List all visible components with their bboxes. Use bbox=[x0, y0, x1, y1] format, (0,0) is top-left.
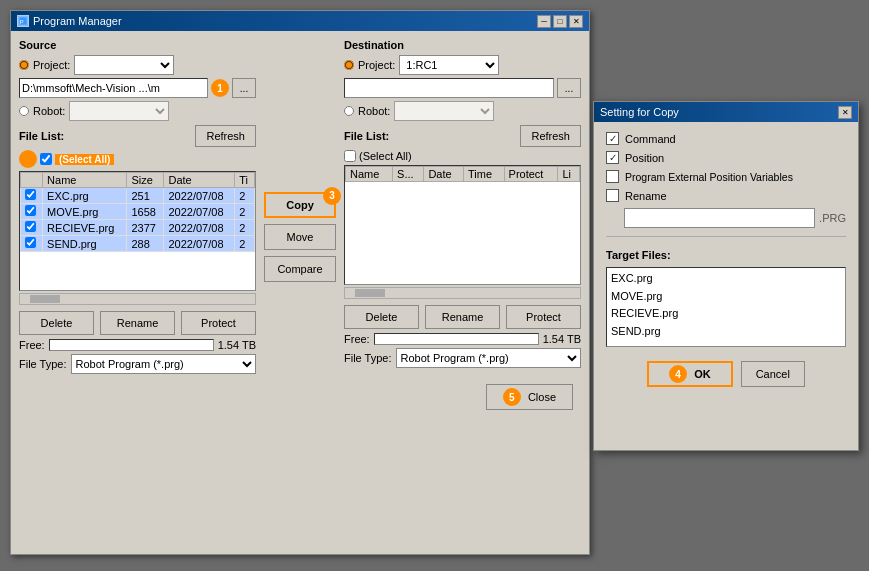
dest-free-value: 1.54 TB bbox=[543, 333, 581, 345]
command-checkbox[interactable]: ✓ bbox=[606, 132, 619, 145]
dest-project-radio[interactable] bbox=[344, 60, 354, 70]
dest-delete-button[interactable]: Delete bbox=[344, 305, 419, 329]
table-row[interactable]: MOVE.prg 1658 2022/07/08 2 bbox=[21, 204, 255, 220]
rename-input-row: .PRG bbox=[624, 208, 846, 228]
source-rename-button[interactable]: Rename bbox=[100, 311, 175, 335]
close-main-button[interactable]: 5 Close bbox=[486, 384, 573, 410]
row-checkbox[interactable] bbox=[25, 189, 36, 200]
row-date: 2022/07/08 bbox=[164, 236, 235, 252]
source-select-all-row: (Select All) bbox=[19, 150, 256, 168]
source-project-select[interactable] bbox=[74, 55, 174, 75]
setting-for-copy-dialog: Setting for Copy ✕ ✓ Command ✓ Position … bbox=[593, 101, 859, 451]
rename-text-input[interactable] bbox=[624, 208, 815, 228]
rename-checkbox[interactable] bbox=[606, 189, 619, 202]
row-date: 2022/07/08 bbox=[164, 204, 235, 220]
row-size: 288 bbox=[127, 236, 164, 252]
row-name: RECIEVE.prg bbox=[43, 220, 127, 236]
copy-btn-wrapper: Copy 3 bbox=[264, 192, 336, 218]
dest-filetype-select[interactable]: Robot Program (*.prg) bbox=[396, 348, 582, 368]
dest-col-li: Li bbox=[558, 167, 580, 182]
svg-text:P: P bbox=[20, 19, 24, 25]
program-external-row: Program External Position Variables bbox=[606, 170, 846, 183]
position-row: ✓ Position bbox=[606, 151, 846, 164]
row-name: SEND.prg bbox=[43, 236, 127, 252]
dest-project-row: Project: 1:RC1 bbox=[344, 55, 581, 75]
row-checkbox[interactable] bbox=[25, 237, 36, 248]
table-row[interactable]: SEND.prg 288 2022/07/08 2 bbox=[21, 236, 255, 252]
dest-file-list-header: File List: Refresh bbox=[344, 125, 581, 147]
source-protect-button[interactable]: Protect bbox=[181, 311, 256, 335]
close-window-button[interactable]: ✕ bbox=[569, 15, 583, 28]
move-button[interactable]: Move bbox=[264, 224, 336, 250]
source-select-all-label: (Select All) bbox=[55, 154, 114, 165]
dest-robot-label: Robot: bbox=[358, 105, 390, 117]
source-robot-radio[interactable] bbox=[19, 106, 29, 116]
source-file-list-label: File List: bbox=[19, 130, 64, 142]
dest-protect-button[interactable]: Protect bbox=[506, 305, 581, 329]
dest-file-table: Name S... Date Time Protect Li bbox=[345, 166, 580, 182]
source-browse-button[interactable]: ... bbox=[232, 78, 256, 98]
ok-label: OK bbox=[694, 368, 711, 380]
source-path-input[interactable] bbox=[19, 78, 208, 98]
title-bar-left: P Program Manager bbox=[17, 15, 122, 27]
dest-col-size: S... bbox=[393, 167, 424, 182]
source-free-row: Free: 1.54 TB bbox=[19, 339, 256, 351]
row-checkbox[interactable] bbox=[25, 205, 36, 216]
compare-button[interactable]: Compare bbox=[264, 256, 336, 282]
list-item: SEND.prg bbox=[611, 323, 841, 341]
source-col-date: Date bbox=[164, 173, 235, 188]
source-bottom-buttons: Delete Rename Protect bbox=[19, 311, 256, 335]
maximize-button[interactable]: □ bbox=[553, 15, 567, 28]
destination-panel: Destination Project: 1:RC1 ... bbox=[344, 39, 581, 374]
dest-browse-button[interactable]: ... bbox=[557, 78, 581, 98]
prg-suffix: .PRG bbox=[819, 212, 846, 224]
dest-project-select[interactable]: 1:RC1 bbox=[399, 55, 499, 75]
source-refresh-button[interactable]: Refresh bbox=[195, 125, 256, 147]
dest-robot-select[interactable] bbox=[394, 101, 494, 121]
dest-refresh-button[interactable]: Refresh bbox=[520, 125, 581, 147]
source-col-time: Ti bbox=[235, 173, 255, 188]
row-checkbox[interactable] bbox=[25, 221, 36, 232]
row-name: MOVE.prg bbox=[43, 204, 127, 220]
dest-select-all-checkbox[interactable] bbox=[344, 150, 356, 162]
dialog-close-button[interactable]: ✕ bbox=[838, 106, 852, 119]
dest-col-time: Time bbox=[464, 167, 505, 182]
table-row[interactable]: EXC.prg 251 2022/07/08 2 bbox=[21, 188, 255, 204]
source-delete-button[interactable]: Delete bbox=[19, 311, 94, 335]
source-robot-select[interactable] bbox=[69, 101, 169, 121]
dialog-title: Setting for Copy bbox=[600, 106, 679, 118]
position-checkbox[interactable]: ✓ bbox=[606, 151, 619, 164]
ok-button[interactable]: 4 OK bbox=[647, 361, 733, 387]
source-file-list-header: File List: Refresh bbox=[19, 125, 256, 147]
program-external-checkbox[interactable] bbox=[606, 170, 619, 183]
dialog-title-bar: Setting for Copy ✕ bbox=[594, 102, 858, 122]
row-size: 2377 bbox=[127, 220, 164, 236]
table-row[interactable]: RECIEVE.prg 2377 2022/07/08 2 bbox=[21, 220, 255, 236]
dest-hscrollbar[interactable] bbox=[344, 287, 581, 299]
ok-badge: 4 bbox=[669, 365, 687, 383]
minimize-button[interactable]: ─ bbox=[537, 15, 551, 28]
badge-2 bbox=[19, 150, 37, 168]
source-hscrollbar[interactable] bbox=[19, 293, 256, 305]
row-time: 2 bbox=[235, 188, 255, 204]
command-label: Command bbox=[625, 133, 676, 145]
row-size: 1658 bbox=[127, 204, 164, 220]
close-badge: 5 bbox=[503, 388, 521, 406]
source-free-label: Free: bbox=[19, 339, 45, 351]
dest-filetype-row: File Type: Robot Program (*.prg) bbox=[344, 348, 581, 368]
main-content: Source Project: 1 ... bbox=[11, 31, 589, 422]
source-filetype-select[interactable]: Robot Program (*.prg) bbox=[71, 354, 257, 374]
source-file-table: Name Size Date Ti EXC.prg 251 2022/07/08… bbox=[20, 172, 255, 252]
source-table-header: Name Size Date Ti bbox=[21, 173, 255, 188]
dest-robot-radio[interactable] bbox=[344, 106, 354, 116]
dest-hscroll-thumb bbox=[355, 289, 385, 297]
source-project-radio[interactable] bbox=[19, 60, 29, 70]
source-select-all-checkbox[interactable] bbox=[40, 153, 52, 165]
badge-1: 1 bbox=[211, 79, 229, 97]
dest-rename-button[interactable]: Rename bbox=[425, 305, 500, 329]
center-buttons: Copy 3 Move Compare bbox=[264, 39, 336, 374]
source-robot-label: Robot: bbox=[33, 105, 65, 117]
cancel-button[interactable]: Cancel bbox=[741, 361, 805, 387]
window-title: Program Manager bbox=[33, 15, 122, 27]
dest-path-input[interactable] bbox=[344, 78, 554, 98]
